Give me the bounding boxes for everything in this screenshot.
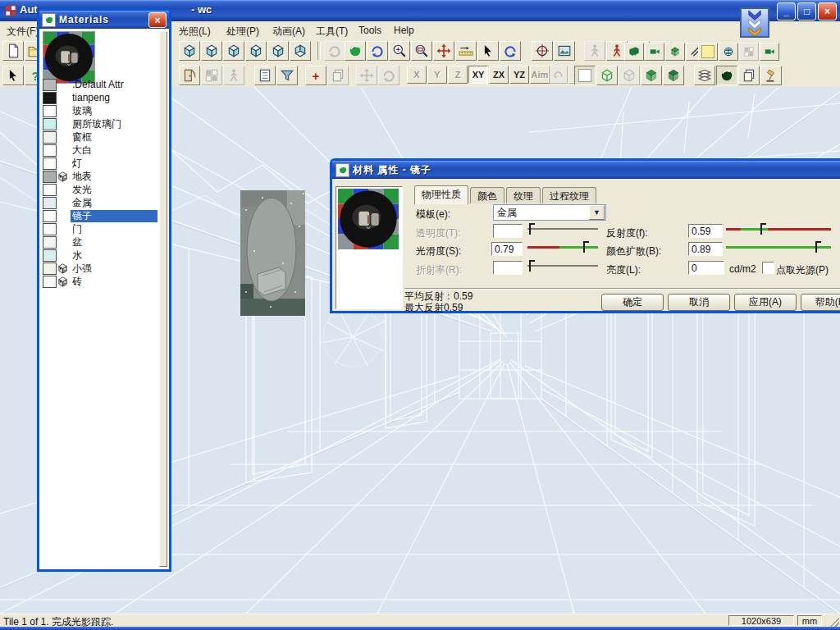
material-name[interactable]: 盆 — [71, 236, 158, 249]
camera-view-button[interactable] — [645, 43, 664, 61]
shade-flat-button[interactable] — [574, 66, 596, 85]
select-by-list-button[interactable] — [254, 66, 276, 85]
material-swatch[interactable] — [43, 210, 57, 222]
tab-texture[interactable]: 纹理 — [506, 187, 541, 203]
smoothness-slider[interactable] — [527, 240, 598, 254]
material-swatch[interactable] — [43, 184, 57, 196]
cancel-button[interactable]: 取消 — [668, 294, 730, 311]
render-image-button[interactable] — [554, 41, 575, 61]
select-by-filter-button[interactable] — [276, 66, 298, 85]
material-swatch[interactable] — [43, 276, 57, 288]
axis-zx-button[interactable]: ZX — [489, 66, 509, 84]
pan-view-button[interactable] — [433, 41, 454, 61]
material-swatch[interactable] — [43, 171, 57, 183]
material-row[interactable]: 砖 — [41, 275, 158, 288]
material-swatch[interactable] — [43, 92, 57, 104]
material-row[interactable]: 窗框 — [41, 130, 158, 144]
template-select[interactable]: 金属 ▼ — [493, 204, 606, 221]
material-swatch[interactable] — [43, 249, 57, 262]
tab-physical[interactable]: 物理性质 — [414, 185, 468, 204]
materials-editor-button[interactable] — [716, 66, 737, 85]
reflectance-slider[interactable] — [726, 221, 831, 236]
view-iso-sw-button[interactable] — [223, 41, 244, 61]
toolbar-overflow-button[interactable] — [740, 7, 769, 38]
lighting-button[interactable] — [760, 66, 782, 85]
view-top-button[interactable] — [267, 41, 289, 61]
view-iso-se-button[interactable] — [245, 41, 267, 61]
material-name[interactable]: 发光 — [71, 184, 158, 196]
material-name[interactable]: 水 — [71, 249, 158, 262]
tab-procedural[interactable]: 过程纹理 — [542, 187, 596, 203]
material-row[interactable]: .Default Attr — [41, 78, 158, 91]
material-row[interactable]: 发光 — [41, 183, 158, 196]
background-color-button[interactable] — [698, 43, 718, 61]
material-name[interactable]: 灯 — [71, 158, 158, 170]
palette-close-button[interactable]: × — [148, 12, 167, 28]
menu-lighting[interactable]: 光照(L) — [176, 24, 214, 39]
material-swatch[interactable] — [43, 105, 57, 117]
slider-thumb[interactable] — [814, 241, 820, 253]
maximize-button[interactable]: □ — [797, 2, 816, 21]
material-swatch[interactable] — [43, 262, 57, 275]
tab-color[interactable]: 颜色 — [470, 187, 504, 203]
material-swatch[interactable] — [43, 79, 57, 91]
open-graphic-file-button[interactable] — [624, 43, 644, 61]
orbit-view-button[interactable] — [345, 41, 366, 61]
smoothness-input[interactable]: 0.79 — [491, 242, 523, 256]
material-row-selected[interactable]: 镜子 — [41, 209, 158, 222]
shade-solid-textured-button[interactable] — [663, 66, 684, 85]
rotate-view-button[interactable] — [367, 41, 388, 61]
material-swatch[interactable] — [43, 158, 57, 170]
palette-scrollbar[interactable] — [159, 31, 167, 567]
material-row[interactable]: 盆 — [41, 235, 158, 249]
luminance-input[interactable]: 0 — [688, 261, 724, 275]
copy-image-button[interactable] — [738, 66, 760, 85]
material-swatch[interactable] — [43, 144, 57, 157]
resize-grip[interactable] — [829, 616, 839, 627]
material-name[interactable]: 金属 — [71, 197, 158, 209]
new-file-button[interactable] — [2, 41, 24, 61]
menu-help[interactable]: Help — [390, 24, 418, 37]
close-button[interactable]: × — [818, 2, 837, 21]
zoom-extents-button[interactable] — [532, 41, 553, 61]
material-name[interactable]: 大白 — [71, 144, 158, 157]
material-row[interactable]: 地表 — [41, 170, 158, 183]
ok-button[interactable]: 确定 — [601, 294, 664, 311]
view-bottom-button[interactable] — [290, 41, 311, 61]
material-row[interactable]: 玻璃 — [41, 104, 158, 117]
shade-solid-button[interactable] — [641, 66, 662, 85]
add-to-selection-button[interactable]: + — [305, 66, 326, 85]
point-select-view-button[interactable] — [477, 41, 499, 61]
material-swatch[interactable] — [43, 197, 57, 209]
material-name[interactable]: 砖 — [71, 276, 158, 288]
material-row[interactable]: 大白 — [41, 144, 158, 157]
shade-wireframe-button[interactable] — [596, 66, 618, 85]
measure-distance-button[interactable] — [455, 41, 477, 61]
material-name[interactable]: 门 — [71, 223, 158, 235]
material-swatch[interactable] — [43, 236, 57, 249]
material-row[interactable]: 门 — [41, 222, 158, 235]
pick-light-label[interactable]: 点取光源(P) — [776, 263, 829, 277]
material-swatch[interactable] — [43, 131, 57, 144]
material-name[interactable]: 玻璃 — [71, 105, 158, 117]
reflectance-input[interactable]: 0.59 — [688, 224, 723, 238]
slider-thumb[interactable] — [582, 241, 588, 253]
help-button[interactable]: 帮助(H) — [801, 294, 840, 311]
material-row[interactable]: tianpeng — [41, 91, 158, 104]
material-name[interactable]: 地表 — [71, 171, 158, 183]
select-building-button[interactable] — [179, 66, 200, 85]
material-swatch[interactable] — [43, 223, 57, 235]
material-row[interactable]: 水 — [41, 249, 158, 262]
minimize-button[interactable]: _ — [777, 2, 796, 21]
render-material-button[interactable] — [760, 43, 779, 61]
material-swatch[interactable] — [43, 118, 57, 130]
dialog-titlebar[interactable]: 材料 属性 - 镜子 — [332, 161, 840, 179]
material-name[interactable]: 窗框 — [71, 131, 158, 144]
axis-yz-button[interactable]: YZ — [509, 66, 529, 84]
menu-animation[interactable]: 动画(A) — [269, 24, 308, 39]
select-pointer-button[interactable] — [2, 66, 24, 85]
color-bleed-slider[interactable] — [726, 240, 831, 254]
material-name[interactable]: 小强 — [71, 262, 158, 275]
material-name[interactable]: tianpeng — [71, 92, 158, 104]
material-row[interactable]: 灯 — [41, 157, 158, 170]
